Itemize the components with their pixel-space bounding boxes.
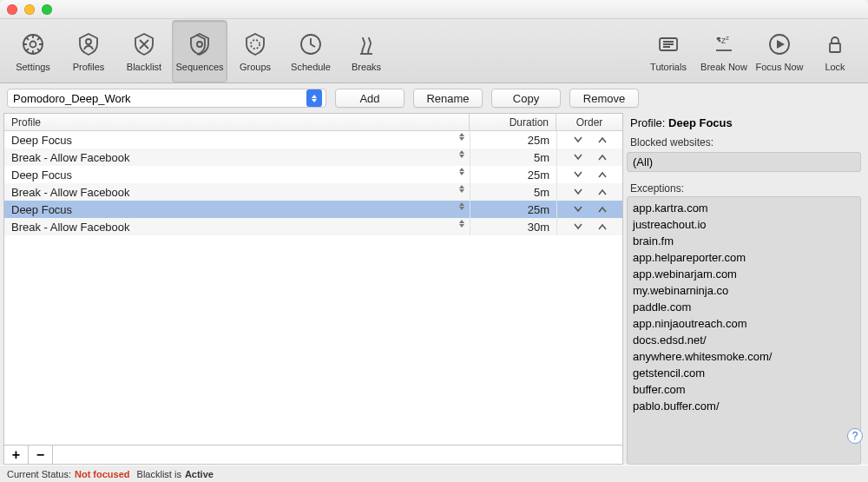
- cell-profile[interactable]: Break - Allow Facebook: [4, 183, 470, 201]
- toolbar-tutorials[interactable]: Tutorials: [641, 20, 696, 83]
- toolbar-label: Lock: [825, 62, 845, 72]
- steps-table-header: Profile Duration Order: [4, 114, 622, 131]
- move-down-icon[interactable]: [574, 223, 582, 230]
- col-profile[interactable]: Profile: [4, 114, 470, 130]
- exception-item[interactable]: app.helpareporter.com: [633, 249, 855, 266]
- help-icon[interactable]: ?: [847, 428, 863, 444]
- exception-item[interactable]: justreachout.io: [633, 216, 855, 233]
- table-row[interactable]: Break - Allow Facebook 5m: [4, 149, 622, 166]
- toolbar-label: Profiles: [73, 62, 105, 72]
- exception-item[interactable]: docs.edsd.net/: [633, 332, 855, 348]
- svg-marker-10: [777, 40, 785, 49]
- cell-profile[interactable]: Deep Focus: [4, 201, 470, 218]
- move-up-icon[interactable]: [598, 154, 607, 161]
- col-duration[interactable]: Duration: [470, 114, 556, 130]
- move-up-icon[interactable]: [598, 136, 607, 143]
- toolbar-lock[interactable]: Lock: [807, 20, 863, 83]
- move-up-icon[interactable]: [598, 188, 607, 195]
- svg-point-3: [197, 42, 202, 47]
- toolbar-groups[interactable]: Groups: [227, 20, 283, 83]
- window-titlebar: [0, 0, 868, 19]
- exception-item[interactable]: my.webinarninja.co: [633, 282, 855, 299]
- profile-stepper-icon[interactable]: [459, 133, 464, 141]
- move-down-icon[interactable]: [574, 136, 582, 143]
- cell-order: [556, 166, 622, 183]
- svg-point-2: [86, 39, 91, 44]
- cell-profile[interactable]: Deep Focus: [4, 166, 470, 183]
- toolbar-schedule[interactable]: Schedule: [283, 20, 339, 83]
- blocked-websites-value: (All): [627, 152, 861, 172]
- exception-item[interactable]: brain.fm: [633, 233, 855, 249]
- exception-item[interactable]: app.kartra.com: [633, 200, 855, 216]
- cell-order: [556, 201, 622, 218]
- toolbar-blacklist[interactable]: Blacklist: [116, 20, 172, 83]
- table-row[interactable]: Deep Focus 25m: [4, 131, 622, 149]
- cell-duration[interactable]: 30m: [470, 218, 556, 235]
- sequence-select-value: Pomodoro_Deep_Work: [13, 92, 131, 105]
- toolbar-group-left: SettingsProfilesBlacklistSequencesGroups…: [5, 20, 394, 83]
- profile-stepper-icon[interactable]: [459, 150, 464, 158]
- toolbar-label: Settings: [16, 62, 50, 72]
- close-window-button[interactable]: [7, 4, 17, 15]
- exception-item[interactable]: paddle.com: [633, 299, 855, 315]
- profile-stepper-icon[interactable]: [459, 220, 464, 228]
- toolbar-settings[interactable]: Settings: [5, 20, 61, 83]
- cell-profile[interactable]: Break - Allow Facebook: [4, 149, 470, 166]
- move-up-icon[interactable]: [598, 171, 607, 178]
- table-row[interactable]: Break - Allow Facebook 5m: [4, 183, 622, 201]
- toolbar-label: Break Now: [700, 62, 747, 72]
- toolbar-breaks[interactable]: Breaks: [339, 20, 394, 83]
- cell-duration[interactable]: 25m: [470, 131, 556, 149]
- breaknow-icon: zz: [711, 30, 737, 58]
- profile-stepper-icon[interactable]: [459, 202, 464, 210]
- cell-profile[interactable]: Deep Focus: [4, 131, 470, 149]
- main-split: Profile Duration Order Deep Focus 25m Br…: [0, 113, 868, 465]
- toolbar-sequences[interactable]: Sequences: [172, 20, 227, 83]
- cell-duration[interactable]: 5m: [470, 149, 556, 166]
- col-order[interactable]: Order: [556, 114, 622, 130]
- add-row-button[interactable]: +: [4, 446, 29, 464]
- blocked-websites-label: Blocked websites:: [627, 135, 861, 150]
- add-button[interactable]: Add: [335, 89, 404, 108]
- sequence-select[interactable]: Pomodoro_Deep_Work: [7, 89, 326, 108]
- exception-item[interactable]: buffer.com: [633, 381, 855, 398]
- table-row[interactable]: Break - Allow Facebook 30m: [4, 218, 622, 235]
- profile-details-pane: Profile: Deep Focus Blocked websites: (A…: [623, 113, 868, 465]
- toolbar-profiles[interactable]: Profiles: [61, 20, 116, 83]
- table-row[interactable]: Deep Focus 25m: [4, 201, 622, 218]
- blacklist-state: Active: [185, 469, 214, 479]
- profile-stepper-icon[interactable]: [459, 168, 464, 175]
- cell-duration[interactable]: 5m: [470, 183, 556, 201]
- move-down-icon[interactable]: [574, 206, 582, 213]
- toolbar-breaknow[interactable]: zzBreak Now: [696, 20, 752, 83]
- cell-duration[interactable]: 25m: [470, 166, 556, 183]
- remove-row-button[interactable]: −: [29, 446, 53, 464]
- move-down-icon[interactable]: [574, 188, 582, 195]
- copy-button[interactable]: Copy: [491, 89, 561, 108]
- cell-order: [556, 183, 622, 201]
- minimize-window-button[interactable]: [24, 4, 35, 15]
- rename-button[interactable]: Rename: [413, 89, 483, 108]
- exceptions-label: Exceptions:: [627, 181, 861, 196]
- zoom-window-button[interactable]: [42, 4, 52, 15]
- exception-item[interactable]: anywhere.whitesmoke.com/: [633, 348, 855, 365]
- exception-item[interactable]: pablo.buffer.com/: [633, 398, 855, 414]
- move-down-icon[interactable]: [574, 154, 582, 161]
- toolbar-focusnow[interactable]: Focus Now: [752, 20, 807, 83]
- toolbar-group-right: TutorialszzBreak NowFocus NowLock: [641, 20, 863, 83]
- cell-duration[interactable]: 25m: [470, 201, 556, 218]
- svg-point-4: [251, 40, 260, 49]
- move-up-icon[interactable]: [598, 206, 607, 213]
- exception-item[interactable]: app.ninjaoutreach.com: [633, 315, 855, 332]
- profile-stepper-icon[interactable]: [459, 185, 464, 193]
- toolbar-label: Sequences: [175, 62, 223, 72]
- move-up-icon[interactable]: [598, 223, 607, 230]
- exception-item[interactable]: getstencil.com: [633, 365, 855, 381]
- cell-profile[interactable]: Break - Allow Facebook: [4, 218, 470, 235]
- steps-table: Profile Duration Order Deep Focus 25m Br…: [3, 113, 623, 446]
- table-row[interactable]: Deep Focus 25m: [4, 166, 622, 183]
- schedule-icon: [298, 30, 324, 58]
- remove-button[interactable]: Remove: [569, 89, 639, 108]
- move-down-icon[interactable]: [574, 171, 582, 178]
- exception-item[interactable]: app.webinarjam.com: [633, 266, 855, 282]
